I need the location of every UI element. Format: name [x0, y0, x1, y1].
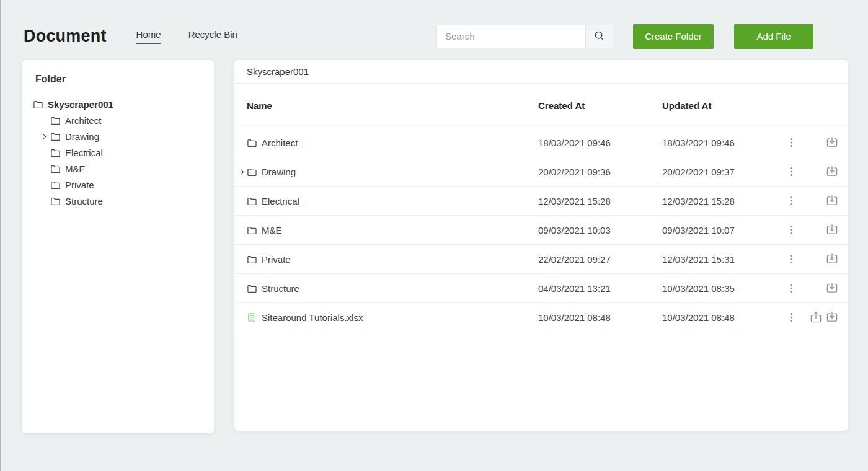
chevron-right-icon[interactable]: [39, 131, 49, 141]
folder-icon: [247, 254, 257, 265]
folder-icon: [247, 167, 257, 177]
row-created-at: 18/03/2021 09:46: [538, 138, 662, 148]
sidebar-heading: Folder: [35, 74, 203, 85]
column-header-name: Name: [247, 100, 538, 111]
tree-item-label: Drawing: [65, 131, 99, 142]
file-browser-panel: Skyscraper001 Name Created At Updated At…: [234, 60, 848, 431]
folder-icon: [50, 115, 61, 126]
folder-tree: Skyscraper001 Architect Drawing: [33, 96, 203, 209]
row-created-at: 09/03/2021 10:03: [538, 225, 662, 236]
folder-icon: [50, 131, 61, 142]
search-box: [436, 25, 613, 48]
row-updated-at: 09/03/2021 10:07: [662, 225, 785, 236]
more-menu-icon[interactable]: [785, 135, 797, 150]
download-icon[interactable]: [825, 193, 839, 208]
tree-item-root[interactable]: Skyscraper001: [33, 96, 203, 112]
folder-icon: [247, 283, 257, 294]
table-row[interactable]: Drawing 20/02/2021 09:36 20/02/2021 09:3…: [234, 157, 848, 187]
folder-icon: [50, 196, 61, 206]
download-icon[interactable]: [825, 222, 839, 237]
folder-icon: [247, 138, 257, 148]
column-header-created-at: Created At: [538, 100, 662, 111]
folder-icon: [50, 180, 61, 190]
row-updated-at: 20/02/2021 09:37: [662, 167, 785, 177]
row-updated-at: 18/03/2021 09:46: [662, 138, 785, 148]
search-button[interactable]: [585, 25, 613, 48]
download-icon[interactable]: [825, 281, 839, 296]
current-folder-title: Skyscraper001: [234, 60, 848, 84]
row-name: Architect: [262, 138, 298, 148]
table-body: Architect 18/03/2021 09:46 18/03/2021 09…: [234, 128, 848, 332]
more-menu-icon[interactable]: [785, 222, 797, 237]
file-spreadsheet-icon: [247, 312, 257, 323]
tree-item-label: Architect: [65, 115, 101, 126]
tree-item-label: Private: [65, 180, 94, 190]
tab-bar: Home Recycle Bin: [136, 29, 237, 44]
tree-item[interactable]: Architect: [50, 112, 203, 128]
row-name: Sitearound Tutorials.xlsx: [262, 312, 363, 323]
table-row[interactable]: Private 22/02/2021 09:27 12/03/2021 15:3…: [234, 245, 848, 274]
tree-item[interactable]: Structure: [50, 193, 203, 209]
column-header-updated-at: Updated At: [662, 100, 785, 111]
row-name: Structure: [262, 283, 299, 294]
chevron-right-icon[interactable]: [237, 167, 247, 177]
search-input[interactable]: [436, 25, 585, 48]
table-row[interactable]: Structure 04/03/2021 13:21 10/03/2021 08…: [234, 274, 848, 303]
row-created-at: 20/02/2021 09:36: [538, 167, 662, 177]
create-folder-button[interactable]: Create Folder: [633, 24, 714, 49]
row-name: Electrical: [262, 196, 299, 206]
folder-sidebar: Folder Skyscraper001 Architect: [22, 60, 214, 433]
content: Folder Skyscraper001 Architect: [1, 60, 868, 433]
tab-home[interactable]: Home: [136, 29, 161, 44]
more-menu-icon[interactable]: [785, 281, 797, 296]
row-created-at: 12/03/2021 15:28: [538, 196, 662, 206]
row-updated-at: 12/03/2021 15:28: [662, 196, 785, 206]
table-row[interactable]: Architect 18/03/2021 09:46 18/03/2021 09…: [234, 128, 848, 157]
folder-icon: [33, 99, 43, 110]
share-icon[interactable]: [808, 310, 823, 325]
folder-icon: [50, 147, 61, 158]
page-title: Document: [24, 27, 107, 46]
search-icon: [593, 30, 606, 43]
more-menu-icon[interactable]: [785, 310, 797, 325]
folder-icon: [247, 196, 257, 206]
tree-item-label: Electrical: [65, 147, 103, 158]
row-updated-at: 10/03/2021 08:48: [662, 312, 785, 323]
row-updated-at: 10/03/2021 08:35: [662, 283, 785, 294]
more-menu-icon[interactable]: [785, 193, 797, 208]
more-menu-icon[interactable]: [785, 164, 797, 179]
download-icon[interactable]: [825, 252, 839, 266]
row-updated-at: 12/03/2021 15:31: [662, 254, 785, 265]
tree-item-label: M&E: [65, 164, 86, 174]
row-name: Private: [262, 254, 291, 265]
row-created-at: 04/03/2021 13:21: [538, 283, 662, 294]
download-icon[interactable]: [825, 164, 839, 179]
header: Document Home Recycle Bin Create Folder …: [1, 0, 868, 60]
table-row[interactable]: M&E 09/03/2021 10:03 09/03/2021 10:07: [234, 216, 848, 245]
row-created-at: 10/03/2021 08:48: [538, 312, 662, 323]
table-row[interactable]: Sitearound Tutorials.xlsx 10/03/2021 08:…: [234, 303, 848, 332]
tree-item-label: Structure: [65, 196, 103, 206]
download-icon[interactable]: [825, 310, 839, 325]
folder-icon: [247, 225, 257, 236]
tab-recycle-bin[interactable]: Recycle Bin: [188, 29, 237, 44]
folder-icon: [50, 164, 61, 174]
download-icon[interactable]: [825, 135, 839, 150]
more-menu-icon[interactable]: [785, 252, 797, 266]
table-row[interactable]: Electrical 12/03/2021 15:28 12/03/2021 1…: [234, 187, 848, 216]
add-file-button[interactable]: Add File: [734, 24, 813, 49]
tree-item[interactable]: Electrical: [50, 144, 203, 161]
tree-item[interactable]: M&E: [50, 161, 203, 177]
row-created-at: 22/02/2021 09:27: [538, 254, 662, 265]
tree-item-label: Skyscraper001: [48, 99, 113, 110]
row-name: M&E: [262, 225, 282, 236]
folder-tree-children: Architect Drawing Electrical M&E: [50, 112, 203, 209]
table-header: Name Created At Updated At: [234, 84, 848, 128]
tree-item[interactable]: Private: [50, 177, 203, 193]
tree-item[interactable]: Drawing: [50, 128, 203, 144]
row-name: Drawing: [262, 167, 296, 177]
